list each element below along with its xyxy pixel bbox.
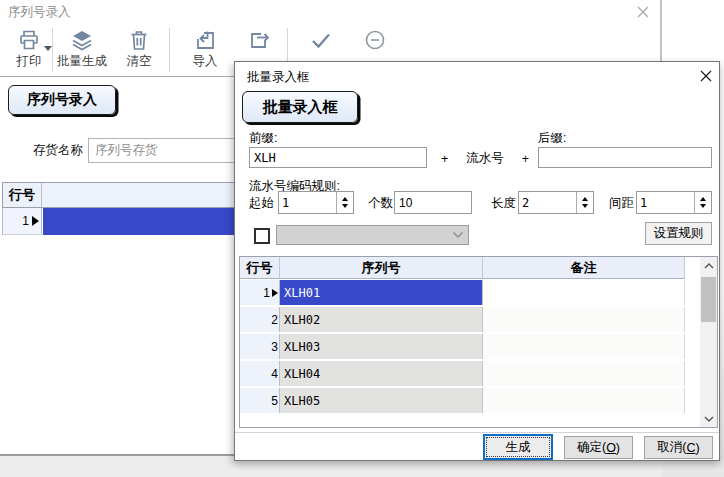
remark-cell[interactable] xyxy=(483,361,685,386)
batch-generate-button[interactable]: 批量生成 xyxy=(54,28,110,74)
column-header-remark: 备注 xyxy=(483,257,685,279)
serial-word-label: 流水号 xyxy=(466,150,504,167)
spin-up-icon[interactable] xyxy=(700,197,706,201)
spin-up-icon[interactable] xyxy=(582,197,588,201)
rule-combobox-disabled[interactable] xyxy=(276,225,469,245)
start-input[interactable] xyxy=(279,192,336,213)
prefix-input[interactable] xyxy=(249,147,427,168)
serial-cell[interactable]: XLH04 xyxy=(280,361,483,386)
toolbar-label: 打印 xyxy=(17,53,42,70)
tab-batch-entry: 批量录入框 xyxy=(242,91,358,123)
scroll-up-icon[interactable] xyxy=(700,257,717,274)
ok-label-close: ) xyxy=(616,441,620,455)
length-spinner[interactable] xyxy=(518,191,594,214)
chevron-down-icon xyxy=(452,231,464,239)
remark-cell[interactable] xyxy=(483,334,685,359)
batch-generate-icon xyxy=(70,28,94,52)
gap-spinner[interactable] xyxy=(636,191,712,214)
gap-input[interactable] xyxy=(637,192,694,213)
remark-cell[interactable] xyxy=(483,388,685,413)
print-dropdown-caret-icon[interactable] xyxy=(44,46,52,51)
suffix-input[interactable] xyxy=(538,147,712,168)
vertical-scrollbar[interactable] xyxy=(700,257,717,427)
current-row-marker-icon xyxy=(272,289,278,297)
serial-cell[interactable]: XLH02 xyxy=(280,307,483,332)
suffix-label: 后缀: xyxy=(538,130,566,147)
row-number-cell[interactable]: 4 xyxy=(240,361,280,386)
print-icon xyxy=(17,28,41,52)
set-rule-label: 设置规则 xyxy=(654,225,704,242)
clear-icon xyxy=(127,28,151,52)
serial-cell[interactable]: XLH01 xyxy=(280,280,483,305)
spin-down-icon[interactable] xyxy=(582,204,588,208)
footer-divider xyxy=(235,432,719,433)
column-header-rowno: 行号 xyxy=(240,257,280,279)
set-rule-button[interactable]: 设置规则 xyxy=(645,222,712,245)
cancel-label-close: ) xyxy=(696,441,700,455)
cancel-button[interactable]: 取消(C) xyxy=(644,436,713,459)
length-label: 长度 xyxy=(491,195,516,212)
row-number-cell[interactable]: 5 xyxy=(240,388,280,413)
scroll-down-icon[interactable] xyxy=(700,410,717,427)
spinner-buttons[interactable] xyxy=(576,192,593,213)
toolbar-separator xyxy=(169,28,170,72)
batch-entry-dialog: 批量录入框 批量录入框 前缀: + 流水号 + 后缀: 流水号编码规则: 起始 … xyxy=(234,61,720,461)
toolbar-label: 导入 xyxy=(193,53,218,70)
toolbar-label: 清空 xyxy=(127,53,152,70)
generate-label: 生成 xyxy=(506,439,531,456)
clear-button[interactable]: 清空 xyxy=(117,28,161,74)
ok-mnemonic: O xyxy=(606,441,616,455)
cancel-mnemonic: C xyxy=(686,441,695,455)
batch-serial-table: 行号 序列号 备注 1 XLH01 2 XLH02 3 XLH03 xyxy=(239,256,718,428)
count-label: 个数 xyxy=(368,195,393,212)
prefix-label: 前缀: xyxy=(249,130,277,147)
spin-down-icon[interactable] xyxy=(700,204,706,208)
serial-formula: + 流水号 + xyxy=(441,150,529,167)
print-button[interactable]: 打印 xyxy=(6,28,52,74)
import-button[interactable]: 导入 xyxy=(183,28,227,74)
spinner-buttons[interactable] xyxy=(694,192,711,213)
generate-button[interactable]: 生成 xyxy=(483,434,553,460)
gap-label: 间距 xyxy=(609,195,634,212)
close-icon[interactable] xyxy=(634,3,652,21)
dialog-title: 批量录入框 xyxy=(247,69,310,86)
screen: 序列号录入 打印 xyxy=(0,0,724,477)
import-icon xyxy=(193,28,217,52)
start-spinner[interactable] xyxy=(278,191,354,214)
inventory-name-value: 序列号存货 xyxy=(95,142,158,159)
rule-checkbox[interactable] xyxy=(254,228,270,244)
current-row-marker-icon xyxy=(32,216,39,226)
spin-up-icon[interactable] xyxy=(342,197,348,201)
row-number-cell[interactable]: 1 xyxy=(2,208,42,235)
plus-sign: + xyxy=(441,152,448,166)
close-icon[interactable] xyxy=(697,67,715,85)
row-number: 1 xyxy=(22,214,29,228)
spin-down-icon[interactable] xyxy=(342,204,348,208)
remark-cell[interactable] xyxy=(483,280,685,305)
serial-cell[interactable]: XLH03 xyxy=(280,334,483,359)
start-label: 起始 xyxy=(249,195,274,212)
scrollbar-thumb[interactable] xyxy=(701,277,716,322)
tab-serial-entry[interactable]: 序列号录入 xyxy=(8,85,116,115)
count-input[interactable] xyxy=(394,191,472,214)
tab-label: 序列号录入 xyxy=(27,91,97,109)
ok-label: 确定( xyxy=(577,439,606,456)
window-title: 序列号录入 xyxy=(8,4,71,21)
spinner-buttons[interactable] xyxy=(336,192,353,213)
confirm-check-icon xyxy=(309,28,333,52)
length-input[interactable] xyxy=(519,192,576,213)
inventory-name-label: 存货名称 xyxy=(33,142,83,159)
discard-minus-icon xyxy=(363,28,387,52)
serial-cell[interactable]: XLH05 xyxy=(280,388,483,413)
row-number-cell[interactable]: 3 xyxy=(240,334,280,359)
tab-label: 批量录入框 xyxy=(263,98,338,117)
export-icon xyxy=(247,28,271,52)
remark-cell[interactable] xyxy=(483,307,685,332)
ok-button[interactable]: 确定(O) xyxy=(564,436,633,459)
inventory-name-field[interactable]: 序列号存货 xyxy=(88,138,240,163)
row-number-cell[interactable]: 1 xyxy=(240,280,280,305)
toolbar-separator xyxy=(52,28,53,72)
cancel-label: 取消( xyxy=(657,439,686,456)
column-header-rowno: 行号 xyxy=(2,182,42,208)
row-number-cell[interactable]: 2 xyxy=(240,307,280,332)
